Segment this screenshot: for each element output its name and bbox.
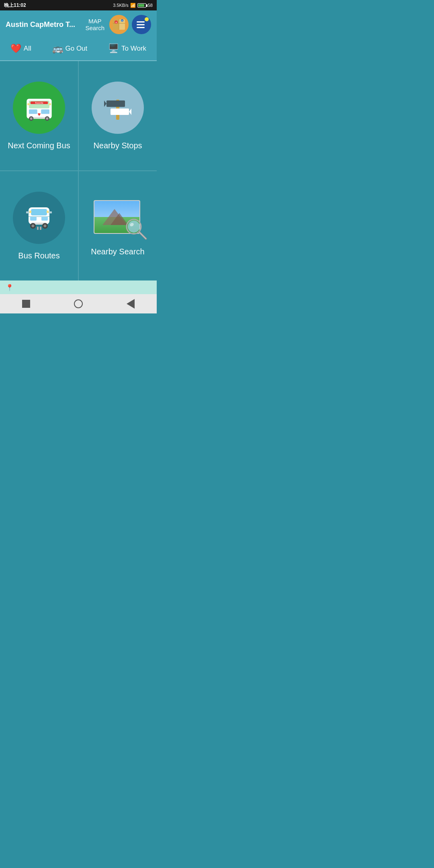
svg-rect-13 xyxy=(41,109,49,114)
wifi-icon: 📶 xyxy=(130,3,136,8)
stops-icon-circle xyxy=(92,82,144,134)
svg-rect-23 xyxy=(106,100,125,107)
nearby-search-label: Nearby Search xyxy=(91,247,144,256)
svg-rect-12 xyxy=(29,109,37,114)
nearby-search-icon-wrapper xyxy=(90,196,146,240)
map-search-line1: MAP xyxy=(88,18,102,25)
magnifying-glass-icon xyxy=(125,218,147,240)
navigation-bar xyxy=(0,294,157,313)
svg-marker-26 xyxy=(129,108,131,115)
svg-point-16 xyxy=(30,117,32,120)
svg-marker-24 xyxy=(104,100,106,107)
svg-point-38 xyxy=(32,224,35,227)
towork-icon: 🖥️ xyxy=(108,43,119,54)
svg-rect-20 xyxy=(27,103,30,105)
location-pin-icon: 📍 xyxy=(6,284,14,291)
tab-towork-label: To Work xyxy=(121,45,146,53)
battery-icon xyxy=(137,3,146,8)
svg-line-47 xyxy=(139,232,146,239)
svg-rect-32 xyxy=(29,211,31,213)
bus-icon-circle: Favorite ♥ xyxy=(13,82,65,134)
svg-rect-42 xyxy=(49,211,52,213)
menu-icon-button[interactable] xyxy=(132,15,151,34)
tab-to-work[interactable]: 🖥️ To Work xyxy=(104,42,150,55)
svg-rect-35 xyxy=(37,227,39,230)
svg-text:B: B xyxy=(122,20,123,22)
metro-bus-icon xyxy=(23,202,55,234)
nearby-stops-cell[interactable]: Nearby Stops xyxy=(79,61,157,170)
filter-tabs: ❤️ All 🚌 Go Out 🖥️ To Work xyxy=(0,39,157,61)
svg-rect-41 xyxy=(26,211,29,213)
svg-rect-28 xyxy=(31,209,47,215)
svg-point-44 xyxy=(128,221,140,233)
bus-favorite-icon: Favorite ♥ xyxy=(22,90,56,125)
goout-icon: 🚌 xyxy=(52,43,63,54)
battery-level: 58 xyxy=(148,3,153,8)
svg-rect-25 xyxy=(111,108,129,115)
svg-rect-33 xyxy=(47,211,49,213)
network-speed: 3.5KB/s xyxy=(113,3,129,8)
svg-point-40 xyxy=(44,224,47,227)
svg-point-18 xyxy=(46,117,48,120)
home-icon xyxy=(74,299,83,308)
tab-all-label: All xyxy=(24,45,31,53)
back-icon xyxy=(127,299,135,309)
nav-home-button[interactable] xyxy=(74,299,83,308)
status-bar: 晚上11:02 3.5KB/s 📶 58 xyxy=(0,0,157,10)
routes-icon-circle xyxy=(13,192,65,244)
bus-routes-cell[interactable]: Bus Routes xyxy=(0,171,78,280)
nearby-search-cell[interactable]: Nearby Search xyxy=(79,171,157,280)
tab-goout-label: Go Out xyxy=(66,45,88,53)
svg-rect-36 xyxy=(40,227,41,230)
next-coming-bus-label: Next Coming Bus xyxy=(8,141,70,150)
map-search-line2: Search xyxy=(85,25,104,31)
map-search-button[interactable]: MAP Search xyxy=(80,18,109,31)
nav-back-button[interactable] xyxy=(127,299,135,309)
svg-rect-29 xyxy=(30,217,37,221)
bottom-location-bar: 📍 xyxy=(0,280,157,294)
nav-recent-button[interactable] xyxy=(22,300,30,308)
nearby-stops-label: Nearby Stops xyxy=(93,141,142,150)
svg-text:A: A xyxy=(115,21,117,24)
recent-icon xyxy=(22,300,30,308)
menu-notification-dot xyxy=(145,17,149,21)
svg-rect-31 xyxy=(29,216,49,217)
tab-all[interactable]: ❤️ All xyxy=(6,42,35,55)
svg-text:Favorite: Favorite xyxy=(35,102,43,104)
status-right: 3.5KB/s 📶 58 xyxy=(113,3,153,8)
all-icon: ❤️ xyxy=(10,43,21,54)
svg-rect-21 xyxy=(49,103,51,105)
map-icon: A B xyxy=(112,17,126,32)
next-coming-bus-cell[interactable]: Favorite ♥ Next Coming Bus xyxy=(0,61,78,170)
map-icon-button[interactable]: A B xyxy=(109,15,129,34)
app-header: Austin CapMetro T... MAP Search A B xyxy=(0,10,157,39)
svg-rect-30 xyxy=(41,217,48,221)
menu-lines-icon xyxy=(137,21,146,28)
app-title: Austin CapMetro T... xyxy=(6,20,80,29)
svg-text:♥: ♥ xyxy=(37,111,41,117)
tab-go-out[interactable]: 🚌 Go Out xyxy=(48,42,92,55)
status-time: 晚上11:02 xyxy=(4,2,26,9)
header-icons: A B xyxy=(109,15,151,34)
main-grid: Favorite ♥ Next Coming Bus xyxy=(0,61,157,280)
signpost-icon xyxy=(102,92,134,124)
bus-routes-label: Bus Routes xyxy=(18,251,59,260)
